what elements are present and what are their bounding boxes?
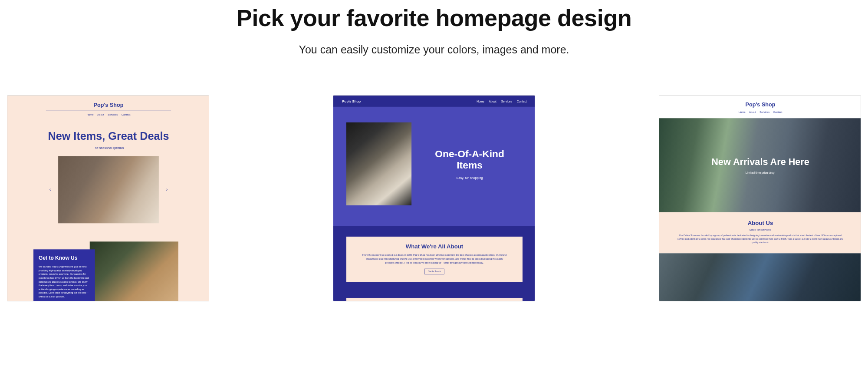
t3-about: About Us Made for everyone Our Online St… xyxy=(659,212,861,253)
t1-know-card: Get to Know Us We founded Pop's Shop wit… xyxy=(33,249,95,301)
t3-nav: Home About Services Contact xyxy=(659,111,861,114)
t3-site-title: Pop's Shop xyxy=(659,101,861,107)
t2-nav-about: About xyxy=(489,99,496,102)
t1-divider xyxy=(46,111,171,111)
t3-about-body: Our Online Store was founded by a group … xyxy=(677,234,843,244)
t3-nav-services: Services xyxy=(760,111,769,114)
page-subtitle: You can easily customize your colors, im… xyxy=(0,43,868,56)
t2-lower-panel xyxy=(346,298,523,301)
t1-nav: Home About Services Contact xyxy=(46,113,171,116)
chevron-left-icon: ‹ xyxy=(47,187,53,193)
t3-lower-image xyxy=(659,253,861,301)
t2-topbar: Pop's Shop Home About Services Contact xyxy=(333,96,535,107)
t1-site-title: Pop's Shop xyxy=(46,96,171,108)
t2-about: What We're All About From the moment we … xyxy=(346,237,523,282)
t3-nav-about: About xyxy=(749,111,756,114)
t1-hero-title: New Items, Great Deals xyxy=(46,130,171,142)
t2-about-title: What We're All About xyxy=(362,243,507,250)
t2-hero-title: One-Of-A-Kind Items xyxy=(422,148,517,171)
t2-hero-image xyxy=(346,122,411,205)
t3-about-sub: Made for everyone xyxy=(677,228,843,231)
t1-nav-home: Home xyxy=(87,113,94,116)
page-title: Pick your favorite homepage design xyxy=(0,4,868,31)
t3-nav-home: Home xyxy=(739,111,746,114)
t3-hero-sub: Limited time price drop! xyxy=(711,171,809,174)
t2-hero-sub: Easy, fun shopping xyxy=(422,176,517,179)
t1-hero-sub: The seasonal specials xyxy=(46,146,171,150)
t3-nav-contact: Contact xyxy=(773,111,783,114)
template-card-3[interactable]: Pop's Shop Home About Services Contact N… xyxy=(659,95,861,301)
t2-about-body: From the moment we opened our doors in 2… xyxy=(362,253,507,264)
t2-nav-contact: Contact xyxy=(517,99,527,102)
t1-carousel-image xyxy=(58,156,159,223)
templates-row: Pop's Shop Home About Services Contact N… xyxy=(0,56,868,301)
t1-nav-about: About xyxy=(97,113,104,116)
t2-nav-home: Home xyxy=(477,99,484,102)
t1-know-body: We founded Pop's Shop with one goal in m… xyxy=(39,265,90,299)
t1-secondary-image xyxy=(90,241,178,301)
t1-carousel: ‹ › xyxy=(46,156,171,223)
t2-hero: One-Of-A-Kind Items Easy, fun shopping xyxy=(333,107,535,226)
template-card-2[interactable]: Pop's Shop Home About Services Contact O… xyxy=(333,95,535,301)
t3-hero: New Arrivals Are Here Limited time price… xyxy=(659,118,861,212)
t2-cta-button: Get In Touch xyxy=(424,269,444,274)
template-card-1[interactable]: Pop's Shop Home About Services Contact N… xyxy=(7,95,209,301)
t3-hero-title: New Arrivals Are Here xyxy=(711,156,809,168)
t1-nav-services: Services xyxy=(108,113,118,116)
t1-nav-contact: Contact xyxy=(122,113,131,116)
t1-know-title: Get to Know Us xyxy=(39,255,90,261)
t2-nav-services: Services xyxy=(501,99,512,102)
t3-about-title: About Us xyxy=(677,220,843,227)
t2-nav: Home About Services Contact xyxy=(477,99,526,102)
chevron-right-icon: › xyxy=(164,187,170,193)
t2-site-title: Pop's Shop xyxy=(342,99,361,103)
